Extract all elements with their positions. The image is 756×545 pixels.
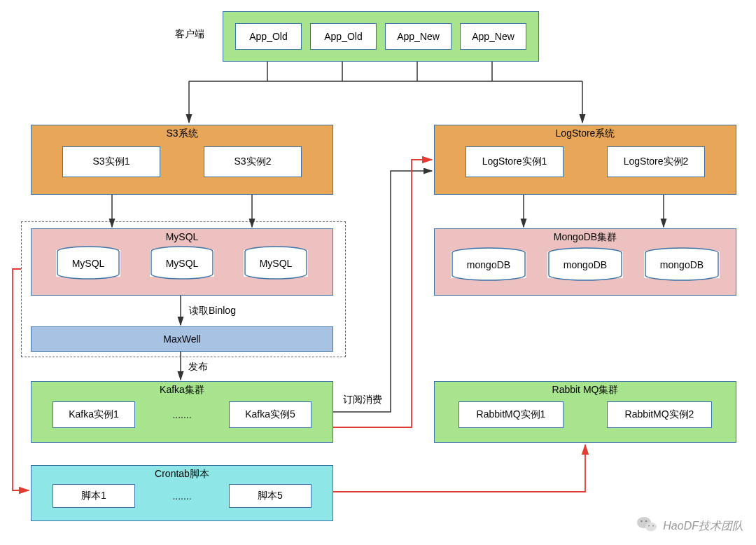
watermark-text: HaoDF技术团队 (663, 519, 743, 534)
rabbitmq-instance: RabbitMQ实例1 (458, 401, 564, 428)
crontab-ellipsis: ....... (150, 490, 214, 502)
s3-instance: S3实例2 (204, 146, 302, 177)
client-container: App_Old App_Old App_New App_New (223, 11, 539, 62)
logstore-title: LogStore系统 (435, 125, 736, 142)
watermark: HaoDF技术团队 (636, 516, 743, 537)
crontab-title: Crontab脚本 (31, 466, 332, 483)
svg-point-24 (652, 525, 654, 527)
mongodb-container: MongoDB集群 mongoDB mongoDB mongoDB (434, 228, 736, 296)
edge-read-binlog: 读取Binlog (189, 305, 236, 317)
s3-instance: S3实例1 (62, 146, 160, 177)
crontab-script: 脚本5 (229, 484, 312, 508)
mysql-title: MySQL (31, 229, 332, 244)
client-label: 客户端 (175, 28, 217, 41)
rabbitmq-title: Rabbit MQ集群 (435, 382, 736, 399)
mongodb-node: mongoDB (547, 251, 623, 278)
edge-subscribe: 订阅消费 (343, 394, 382, 406)
logstore-container: LogStore系统 LogStore实例1 LogStore实例2 (434, 125, 736, 195)
svg-point-21 (641, 520, 643, 523)
crontab-script: 脚本1 (52, 484, 135, 508)
s3-container: S3系统 S3实例1 S3实例2 (31, 125, 333, 195)
logstore-instance: LogStore实例1 (465, 146, 564, 177)
logstore-instance: LogStore实例2 (607, 146, 705, 177)
kafka-container: Kafka集群 Kafka实例1 ....... Kafka实例5 (31, 381, 333, 443)
mysql-container: MySQL MySQL MySQL MySQL (31, 228, 333, 296)
mysql-node: MySQL (150, 250, 214, 277)
svg-point-23 (648, 525, 650, 527)
rabbitmq-container: Rabbit MQ集群 RabbitMQ实例1 RabbitMQ实例2 (434, 381, 736, 443)
mongodb-node: mongoDB (644, 251, 720, 278)
s3-title: S3系统 (31, 125, 332, 142)
mongodb-node: mongoDB (451, 251, 526, 278)
svg-point-22 (645, 520, 648, 523)
app-box: App_Old (310, 23, 377, 50)
app-box: App_New (460, 23, 526, 50)
app-box: App_Old (235, 23, 302, 50)
app-box: App_New (385, 23, 451, 50)
mysql-node: MySQL (244, 250, 308, 277)
kafka-title: Kafka集群 (31, 382, 332, 399)
mysql-node: MySQL (56, 250, 120, 277)
kafka-instance: Kafka实例5 (229, 401, 312, 428)
crontab-container: Crontab脚本 脚本1 ....... 脚本5 (31, 465, 333, 521)
edge-publish: 发布 (188, 361, 208, 373)
maxwell-box: MaxWell (31, 326, 333, 352)
rabbitmq-instance: RabbitMQ实例2 (607, 401, 712, 428)
svg-point-20 (645, 523, 657, 532)
wechat-icon (636, 516, 657, 537)
mongodb-title: MongoDB集群 (435, 229, 736, 246)
kafka-instance: Kafka实例1 (52, 401, 135, 428)
kafka-ellipsis: ....... (150, 409, 214, 420)
maxwell-label: MaxWell (163, 333, 200, 345)
